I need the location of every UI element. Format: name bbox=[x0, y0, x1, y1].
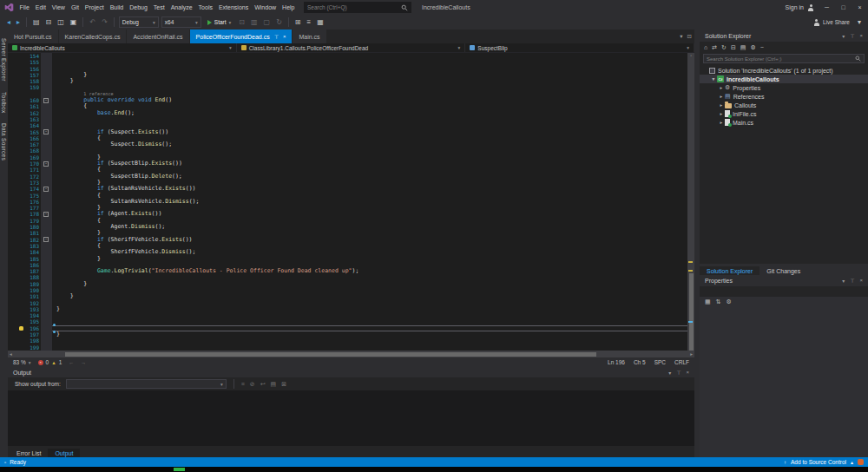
float-tab-icon[interactable]: ⊡ bbox=[687, 33, 692, 40]
properties-close-icon[interactable]: × bbox=[859, 278, 863, 284]
code-line[interactable]: 162base.End(); bbox=[8, 110, 694, 116]
code-line[interactable]: 156 bbox=[8, 66, 694, 72]
code-line[interactable]: 170-if (SuspectBlip.Exists()) bbox=[8, 161, 694, 167]
fold-collapse-icon[interactable]: - bbox=[43, 98, 49, 103]
vertical-scrollbar-thumb[interactable] bbox=[689, 273, 694, 351]
menu-project[interactable]: Project bbox=[82, 0, 107, 15]
collapse-all-icon[interactable]: ⊟ bbox=[731, 44, 736, 51]
toolbar-overflow-icon[interactable]: ▾ bbox=[856, 15, 863, 30]
code-line[interactable]: 155 bbox=[8, 59, 694, 65]
code-line[interactable]: 188 bbox=[8, 274, 694, 280]
properties-window-position-icon[interactable]: ▾ bbox=[842, 278, 845, 284]
document-health-indicator[interactable]: × 0 ▲ 1 bbox=[38, 359, 62, 365]
code-line[interactable]: 157} bbox=[8, 72, 694, 78]
fold-collapse-icon[interactable]: - bbox=[43, 161, 49, 167]
code-line[interactable]: 196 bbox=[8, 325, 694, 331]
alphabetical-icon[interactable]: ⇅ bbox=[716, 298, 721, 305]
tree-item-main-cs[interactable]: ▸Main.cs bbox=[700, 118, 868, 127]
tab-solution-explorer[interactable]: Solution Explorer bbox=[700, 266, 760, 275]
solution-explorer-search-box[interactable]: Search Solution Explorer (Ctrl+;) bbox=[703, 54, 865, 63]
quick-actions-lightbulb-icon[interactable] bbox=[19, 326, 23, 331]
tab-policeofficerfounddead-cs[interactable]: PoliceOfficerFoundDead.cs⊤× bbox=[190, 30, 293, 43]
menu-file[interactable]: File bbox=[16, 0, 32, 15]
vertical-tab-server-explorer[interactable]: Server Explorer bbox=[1, 38, 7, 82]
tree-item-callouts[interactable]: ▸Callouts bbox=[700, 101, 868, 109]
navigate-forward-icon[interactable]: ▸ bbox=[15, 15, 22, 30]
code-line[interactable]: 195 bbox=[8, 318, 694, 324]
redo-icon[interactable]: ↷ bbox=[100, 15, 109, 30]
codelens-references[interactable]: 1 reference bbox=[83, 91, 113, 96]
tab-accidentonrail-cs[interactable]: AccidentOnRail.cs bbox=[127, 30, 188, 43]
project-dropdown[interactable]: IncredibleCallouts▾ bbox=[8, 43, 237, 52]
fold-collapse-icon[interactable]: - bbox=[43, 237, 49, 242]
categorized-icon[interactable]: ▦ bbox=[705, 298, 711, 305]
menu-git[interactable]: Git bbox=[68, 0, 82, 15]
solution-explorer-close-icon[interactable]: × bbox=[859, 33, 863, 39]
menu-view[interactable]: View bbox=[49, 0, 68, 15]
vertical-tab-data-sources[interactable]: Data Sources bbox=[1, 123, 7, 161]
editor-vertical-scrollbar[interactable]: ▴▾ bbox=[687, 53, 694, 351]
fold-collapse-icon[interactable]: - bbox=[43, 212, 49, 217]
property-pages-icon[interactable]: ⚙ bbox=[727, 298, 732, 305]
menu-build[interactable]: Build bbox=[107, 0, 127, 15]
navigate-backward-icon[interactable]: ◂ bbox=[5, 15, 12, 30]
code-line[interactable]: 167Suspect.Dismiss(); bbox=[8, 141, 694, 148]
tree-item-incrediblecallouts[interactable]: ▾C#IncredibleCallouts bbox=[700, 75, 868, 83]
line-ending-indicator[interactable]: CRLF bbox=[674, 359, 689, 365]
code-line[interactable]: 168 bbox=[8, 148, 694, 154]
code-line[interactable]: 192 bbox=[8, 300, 694, 306]
tab-karencalledcops-cs[interactable]: KarenCalledCops.cs bbox=[59, 30, 127, 43]
properties-grid[interactable] bbox=[700, 307, 868, 457]
undo-icon[interactable]: ↶ bbox=[88, 15, 97, 30]
menu-debug[interactable]: Debug bbox=[127, 0, 151, 15]
save-all-icon[interactable]: ▣ bbox=[69, 15, 79, 30]
maximize-button[interactable]: □ bbox=[835, 0, 852, 15]
refresh-icon[interactable]: ↻ bbox=[721, 44, 727, 51]
code-line[interactable]: 197} bbox=[8, 331, 694, 338]
minimize-button[interactable]: ─ bbox=[819, 0, 835, 15]
show-output-icon[interactable]: ▤ bbox=[271, 381, 277, 388]
code-line[interactable]: 163 bbox=[8, 116, 694, 122]
zoom-control[interactable]: 83 % ▾ bbox=[13, 359, 31, 365]
code-line[interactable]: 176SultanRsVehicle.Dismiss(); bbox=[8, 199, 694, 205]
messages-icon[interactable]: ≡ bbox=[241, 381, 245, 388]
home-icon[interactable]: ⌂ bbox=[704, 44, 707, 50]
code-line[interactable]: 160-public override void End() bbox=[8, 97, 694, 103]
stop-icon[interactable]: ▢ bbox=[262, 15, 273, 30]
code-line[interactable]: 189} bbox=[8, 281, 694, 287]
tab-hot-pursuit-cs[interactable]: Hot Pursuit.cs bbox=[8, 30, 58, 43]
code-line[interactable]: 172SuspectBlip.Delete(); bbox=[8, 174, 694, 180]
scroll-left-icon[interactable]: ◂ bbox=[10, 351, 12, 357]
fold-collapse-icon[interactable]: - bbox=[43, 187, 49, 192]
solution-explorer-window-position-icon[interactable]: ▾ bbox=[842, 33, 845, 39]
toolbar-overflow-icon[interactable]: − bbox=[760, 44, 764, 50]
solution-explorer-toolbar-icon[interactable]: ▦ bbox=[315, 15, 326, 30]
menu-help[interactable]: Help bbox=[279, 0, 298, 15]
properties-icon[interactable]: ⚙ bbox=[750, 44, 755, 51]
hot-reload-icon[interactable]: ⊡ bbox=[237, 15, 247, 30]
tree-item-solution-incrediblecallouts-1-of-1-project[interactable]: Solution 'IncredibleCallouts' (1 of 1 pr… bbox=[700, 66, 868, 75]
code-line[interactable]: 178-if (Agent.Exists()) bbox=[8, 211, 694, 217]
break-all-icon[interactable]: ▥ bbox=[249, 15, 260, 30]
menu-extensions[interactable]: Extensions bbox=[215, 0, 251, 15]
line-indicator[interactable]: Ln 196 bbox=[608, 359, 625, 365]
code-line[interactable]: 193} bbox=[8, 306, 694, 312]
tree-item-references[interactable]: ▸▤References bbox=[700, 92, 868, 101]
menu-test[interactable]: Test bbox=[150, 0, 168, 15]
horizontal-scrollbar-thumb[interactable] bbox=[65, 352, 596, 357]
fold-collapse-icon[interactable]: - bbox=[43, 129, 49, 134]
vertical-tab-toolbox[interactable]: Toolbox bbox=[1, 92, 7, 114]
output-pin-icon[interactable]: ⊤ bbox=[676, 370, 681, 376]
text-editor-toolbar-icon[interactable]: ≡ bbox=[306, 15, 313, 30]
code-line[interactable]: 158} bbox=[8, 78, 694, 84]
code-editor[interactable]: 154155156157}158}1591 reference160-publi… bbox=[8, 53, 694, 351]
menu-analyze[interactable]: Analyze bbox=[168, 0, 195, 15]
code-line[interactable]: 187Game.LogTrivial("IncredibleCallouts -… bbox=[8, 268, 694, 274]
code-line[interactable]: 165-if (Suspect.Exists()) bbox=[8, 129, 694, 135]
close-tab-icon[interactable]: × bbox=[283, 34, 286, 39]
output-close-icon[interactable]: × bbox=[686, 370, 689, 376]
restart-icon[interactable]: ↻ bbox=[274, 15, 284, 30]
tree-item-inifile-cs[interactable]: ▸IniFile.cs bbox=[700, 109, 868, 118]
member-dropdown[interactable]: SuspectBlip▾ bbox=[465, 43, 694, 52]
code-line[interactable]: 199 bbox=[8, 344, 694, 351]
